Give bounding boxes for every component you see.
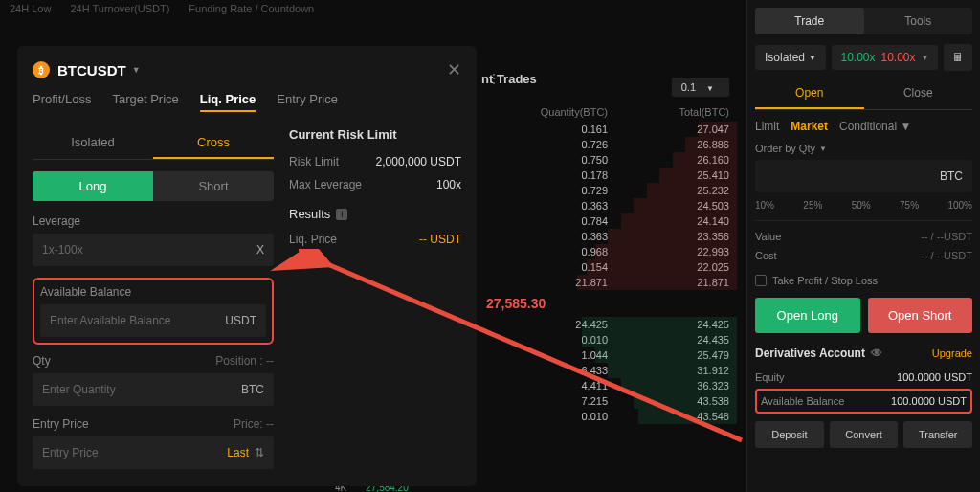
last-price-button[interactable]: Last <box>227 446 249 459</box>
tab-liq-price[interactable]: Liq. Price <box>200 92 256 112</box>
orderbook-bid-row[interactable]: 6.43331.912 <box>479 363 737 378</box>
leverage-button[interactable]: 10.00x10.00x▼ <box>832 45 938 70</box>
market-tab[interactable]: Market <box>791 120 828 133</box>
orderbook: 0.1 ▼ Quantity(BTC) Total(BTC) 0.16127.0… <box>479 72 737 424</box>
orderbook-ask-row[interactable]: 0.16127.047 <box>479 122 737 137</box>
orderbook-bid-row[interactable]: 1.04425.479 <box>479 347 737 363</box>
chevron-down-icon: ▼ <box>809 54 816 62</box>
orderbook-bid-row[interactable]: 0.01043.548 <box>479 409 737 424</box>
max-leverage-label: Max Leverage <box>289 178 362 191</box>
chevron-down-icon: ▼ <box>922 54 929 62</box>
btc-icon: ₿ <box>33 61 50 78</box>
trade-panel: Trade Tools Isolated ▼ 10.00x10.00x▼ 🖩 O… <box>746 0 980 492</box>
orderbook-ask-row[interactable]: 0.96822.993 <box>479 244 737 259</box>
top-stat[interactable]: 24H Turnover(USDT) <box>70 3 169 14</box>
margin-cross-tab[interactable]: Cross <box>153 127 274 159</box>
tab-entry-price[interactable]: Entry Price <box>277 92 338 112</box>
open-short-button[interactable]: Open Short <box>868 298 973 333</box>
margin-mode-button[interactable]: Isolated ▼ <box>755 45 826 70</box>
limit-tab[interactable]: Limit <box>755 120 779 133</box>
entry-price-input[interactable]: Entry Price Last⇅ <box>33 436 274 469</box>
account-title: Derivatives Account 👁 <box>755 347 882 360</box>
eye-icon[interactable]: 👁 <box>871 347 882 360</box>
tab-target-price[interactable]: Target Price <box>112 92 178 112</box>
conditional-tab[interactable]: Conditional ▼ <box>839 120 911 133</box>
orderbook-ask-row[interactable]: 0.17825.410 <box>479 168 737 183</box>
available-balance-highlight: Available Balance Enter Available Balanc… <box>33 278 274 345</box>
col-total: Total(BTC) <box>608 106 729 118</box>
orderbook-ask-row[interactable]: 0.36324.503 <box>479 198 737 213</box>
order-by-qty-label[interactable]: Order by Qty ▼ <box>755 143 972 154</box>
available-balance-highlight-panel: Available Balance100.0000 USDT <box>755 389 972 414</box>
orderbook-ask-row[interactable]: 21.87121.871 <box>479 275 737 290</box>
available-balance-value: 100.0000 USDT <box>891 395 967 407</box>
tpsl-label: Take Profit / Stop Loss <box>772 275 878 286</box>
orderbook-bid-row[interactable]: 0.01024.435 <box>479 332 737 347</box>
qty-label: QtyPosition : -- <box>33 354 274 368</box>
risk-limit-value: 2,000,000 USDT <box>376 155 461 168</box>
trade-tab[interactable]: Trade <box>755 8 864 34</box>
close-tab[interactable]: Close <box>864 78 973 109</box>
tab-profit-loss[interactable]: Profit/Loss <box>33 92 91 112</box>
transfer-button[interactable]: Transfer <box>903 421 972 448</box>
available-balance-input[interactable]: Enter Available Balance USDT <box>40 304 266 337</box>
chevron-down-icon: ▼ <box>819 145 827 153</box>
short-button[interactable]: Short <box>153 171 274 201</box>
swap-icon[interactable]: ⇅ <box>255 446 264 459</box>
orderbook-step-select[interactable]: 0.1 ▼ <box>672 78 729 97</box>
order-qty-input[interactable]: BTC <box>755 160 972 192</box>
orderbook-bid-row[interactable]: 4.41136.323 <box>479 378 737 393</box>
long-button[interactable]: Long <box>33 171 153 201</box>
orderbook-ask-row[interactable]: 0.78424.140 <box>479 213 737 229</box>
top-stat[interactable]: 24H Low <box>10 3 51 14</box>
convert-button[interactable]: Convert <box>830 421 899 448</box>
leverage-input[interactable]: 1x-100x X <box>33 234 274 266</box>
leverage-label: Leverage <box>33 214 274 228</box>
open-tab[interactable]: Open <box>755 78 864 109</box>
value-amount: -- / --USDT <box>921 231 972 242</box>
orderbook-ask-row[interactable]: 0.15422.025 <box>479 259 737 275</box>
qty-input[interactable]: Enter Quantity BTC <box>33 373 274 406</box>
risk-limit-label: Risk Limit <box>289 155 339 168</box>
value-label: Value <box>755 231 781 242</box>
orderbook-bid-row[interactable]: 7.21543.538 <box>479 393 737 409</box>
orderbook-bid-row[interactable]: 24.42524.425 <box>479 317 737 332</box>
open-long-button[interactable]: Open Long <box>755 298 860 333</box>
orderbook-ask-row[interactable]: 0.72925.232 <box>479 183 737 198</box>
chevron-down-icon[interactable]: ▼ <box>132 65 141 75</box>
max-leverage-value: 100x <box>436 178 461 191</box>
calculator-icon[interactable]: 🖩 <box>944 44 972 71</box>
cost-label: Cost <box>755 250 777 261</box>
entry-price-label: Entry PricePrice: -- <box>33 417 274 431</box>
calculator-modal: ₿ BTCUSDT ▼ ✕ Profit/Loss Target Price L… <box>17 46 477 486</box>
tpsl-checkbox[interactable] <box>755 275 767 286</box>
equity-value: 100.0000 USDT <box>897 371 972 383</box>
top-stat[interactable]: Funding Rate / Countdown <box>189 3 314 14</box>
liq-price-label: Liq. Price <box>289 233 337 246</box>
available-balance-label: Available Balance <box>40 285 266 299</box>
upgrade-link[interactable]: Upgrade <box>932 347 972 359</box>
margin-isolated-tab[interactable]: Isolated <box>33 127 153 159</box>
equity-label: Equity <box>755 371 785 383</box>
liq-price-value: -- USDT <box>419 233 461 246</box>
pair-symbol[interactable]: BTCUSDT <box>57 62 126 78</box>
risk-limit-title: Current Risk Limit <box>289 127 461 142</box>
info-icon[interactable]: i <box>336 209 347 220</box>
close-icon[interactable]: ✕ <box>447 59 461 80</box>
col-quantity: Quantity(BTC) <box>486 106 608 118</box>
orderbook-ask-row[interactable]: 0.72626.886 <box>479 137 737 152</box>
results-title: Resultsi <box>289 207 461 221</box>
cost-amount: -- / --USDT <box>921 250 972 261</box>
percentage-slider[interactable]: 10%25%50%75%100% <box>755 200 972 211</box>
available-balance-label: Available Balance <box>761 395 844 407</box>
tools-tab[interactable]: Tools <box>864 8 973 34</box>
orderbook-ask-row[interactable]: 0.36323.356 <box>479 229 737 244</box>
deposit-button[interactable]: Deposit <box>755 421 824 448</box>
chevron-down-icon: ▼ <box>706 84 714 93</box>
orderbook-mid-price: 27,585.30 <box>479 290 737 317</box>
orderbook-ask-row[interactable]: 0.75026.160 <box>479 152 737 168</box>
